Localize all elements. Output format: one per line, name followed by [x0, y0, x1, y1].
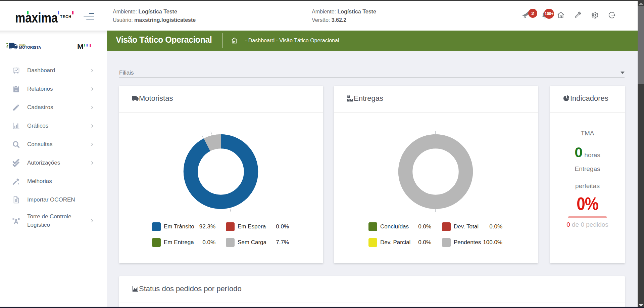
svg-text:MOTORISTA: MOTORISTA	[19, 45, 41, 49]
svg-text:maxima: maxima	[15, 10, 58, 24]
svg-text:M: M	[77, 44, 84, 49]
svg-text:TECH: TECH	[60, 14, 71, 19]
